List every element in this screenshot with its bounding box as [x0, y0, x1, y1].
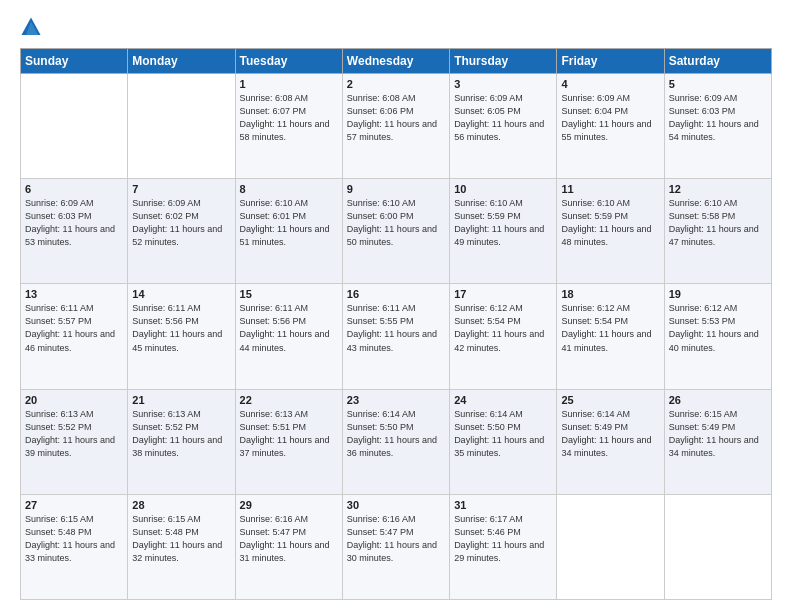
- day-info: Sunrise: 6:09 AMSunset: 6:04 PMDaylight:…: [561, 92, 659, 144]
- day-number: 10: [454, 183, 552, 195]
- day-cell: 18Sunrise: 6:12 AMSunset: 5:54 PMDayligh…: [557, 284, 664, 389]
- day-info: Sunrise: 6:08 AMSunset: 6:06 PMDaylight:…: [347, 92, 445, 144]
- day-info: Sunrise: 6:15 AMSunset: 5:48 PMDaylight:…: [25, 513, 123, 565]
- day-cell: 9Sunrise: 6:10 AMSunset: 6:00 PMDaylight…: [342, 179, 449, 284]
- day-cell: 19Sunrise: 6:12 AMSunset: 5:53 PMDayligh…: [664, 284, 771, 389]
- day-number: 27: [25, 499, 123, 511]
- day-cell: 29Sunrise: 6:16 AMSunset: 5:47 PMDayligh…: [235, 494, 342, 599]
- day-number: 22: [240, 394, 338, 406]
- day-info: Sunrise: 6:11 AMSunset: 5:55 PMDaylight:…: [347, 302, 445, 354]
- day-number: 16: [347, 288, 445, 300]
- day-header-wednesday: Wednesday: [342, 49, 449, 74]
- day-number: 15: [240, 288, 338, 300]
- day-info: Sunrise: 6:17 AMSunset: 5:46 PMDaylight:…: [454, 513, 552, 565]
- day-cell: 2Sunrise: 6:08 AMSunset: 6:06 PMDaylight…: [342, 74, 449, 179]
- logo-icon: [20, 16, 42, 38]
- day-cell: 31Sunrise: 6:17 AMSunset: 5:46 PMDayligh…: [450, 494, 557, 599]
- week-row-5: 27Sunrise: 6:15 AMSunset: 5:48 PMDayligh…: [21, 494, 772, 599]
- day-info: Sunrise: 6:08 AMSunset: 6:07 PMDaylight:…: [240, 92, 338, 144]
- day-info: Sunrise: 6:13 AMSunset: 5:51 PMDaylight:…: [240, 408, 338, 460]
- day-cell: 30Sunrise: 6:16 AMSunset: 5:47 PMDayligh…: [342, 494, 449, 599]
- day-info: Sunrise: 6:10 AMSunset: 6:01 PMDaylight:…: [240, 197, 338, 249]
- day-cell: 22Sunrise: 6:13 AMSunset: 5:51 PMDayligh…: [235, 389, 342, 494]
- day-cell: 14Sunrise: 6:11 AMSunset: 5:56 PMDayligh…: [128, 284, 235, 389]
- day-info: Sunrise: 6:09 AMSunset: 6:05 PMDaylight:…: [454, 92, 552, 144]
- day-header-tuesday: Tuesday: [235, 49, 342, 74]
- day-number: 12: [669, 183, 767, 195]
- day-info: Sunrise: 6:16 AMSunset: 5:47 PMDaylight:…: [240, 513, 338, 565]
- week-row-4: 20Sunrise: 6:13 AMSunset: 5:52 PMDayligh…: [21, 389, 772, 494]
- day-number: 24: [454, 394, 552, 406]
- day-cell: [21, 74, 128, 179]
- day-number: 1: [240, 78, 338, 90]
- day-cell: [557, 494, 664, 599]
- day-number: 8: [240, 183, 338, 195]
- day-info: Sunrise: 6:10 AMSunset: 6:00 PMDaylight:…: [347, 197, 445, 249]
- day-info: Sunrise: 6:12 AMSunset: 5:54 PMDaylight:…: [454, 302, 552, 354]
- logo: [20, 16, 46, 38]
- day-cell: 21Sunrise: 6:13 AMSunset: 5:52 PMDayligh…: [128, 389, 235, 494]
- day-info: Sunrise: 6:09 AMSunset: 6:03 PMDaylight:…: [25, 197, 123, 249]
- header: [20, 16, 772, 38]
- calendar: SundayMondayTuesdayWednesdayThursdayFrid…: [20, 48, 772, 600]
- day-info: Sunrise: 6:14 AMSunset: 5:49 PMDaylight:…: [561, 408, 659, 460]
- day-info: Sunrise: 6:10 AMSunset: 5:59 PMDaylight:…: [454, 197, 552, 249]
- day-cell: 27Sunrise: 6:15 AMSunset: 5:48 PMDayligh…: [21, 494, 128, 599]
- day-number: 29: [240, 499, 338, 511]
- day-info: Sunrise: 6:15 AMSunset: 5:48 PMDaylight:…: [132, 513, 230, 565]
- day-number: 19: [669, 288, 767, 300]
- day-cell: [664, 494, 771, 599]
- day-number: 3: [454, 78, 552, 90]
- day-cell: 3Sunrise: 6:09 AMSunset: 6:05 PMDaylight…: [450, 74, 557, 179]
- day-header-monday: Monday: [128, 49, 235, 74]
- day-cell: 12Sunrise: 6:10 AMSunset: 5:58 PMDayligh…: [664, 179, 771, 284]
- day-cell: 15Sunrise: 6:11 AMSunset: 5:56 PMDayligh…: [235, 284, 342, 389]
- day-cell: 7Sunrise: 6:09 AMSunset: 6:02 PMDaylight…: [128, 179, 235, 284]
- day-cell: 10Sunrise: 6:10 AMSunset: 5:59 PMDayligh…: [450, 179, 557, 284]
- day-number: 13: [25, 288, 123, 300]
- day-header-thursday: Thursday: [450, 49, 557, 74]
- day-number: 18: [561, 288, 659, 300]
- day-info: Sunrise: 6:12 AMSunset: 5:54 PMDaylight:…: [561, 302, 659, 354]
- day-number: 11: [561, 183, 659, 195]
- day-cell: 4Sunrise: 6:09 AMSunset: 6:04 PMDaylight…: [557, 74, 664, 179]
- day-info: Sunrise: 6:10 AMSunset: 5:59 PMDaylight:…: [561, 197, 659, 249]
- day-cell: 25Sunrise: 6:14 AMSunset: 5:49 PMDayligh…: [557, 389, 664, 494]
- day-info: Sunrise: 6:10 AMSunset: 5:58 PMDaylight:…: [669, 197, 767, 249]
- day-number: 2: [347, 78, 445, 90]
- day-info: Sunrise: 6:11 AMSunset: 5:56 PMDaylight:…: [132, 302, 230, 354]
- day-cell: 20Sunrise: 6:13 AMSunset: 5:52 PMDayligh…: [21, 389, 128, 494]
- day-info: Sunrise: 6:13 AMSunset: 5:52 PMDaylight:…: [132, 408, 230, 460]
- calendar-header-row: SundayMondayTuesdayWednesdayThursdayFrid…: [21, 49, 772, 74]
- day-number: 20: [25, 394, 123, 406]
- day-info: Sunrise: 6:14 AMSunset: 5:50 PMDaylight:…: [454, 408, 552, 460]
- day-header-saturday: Saturday: [664, 49, 771, 74]
- day-info: Sunrise: 6:09 AMSunset: 6:03 PMDaylight:…: [669, 92, 767, 144]
- day-number: 5: [669, 78, 767, 90]
- page: SundayMondayTuesdayWednesdayThursdayFrid…: [0, 0, 792, 612]
- day-info: Sunrise: 6:13 AMSunset: 5:52 PMDaylight:…: [25, 408, 123, 460]
- day-cell: 11Sunrise: 6:10 AMSunset: 5:59 PMDayligh…: [557, 179, 664, 284]
- day-number: 7: [132, 183, 230, 195]
- day-cell: 5Sunrise: 6:09 AMSunset: 6:03 PMDaylight…: [664, 74, 771, 179]
- day-number: 23: [347, 394, 445, 406]
- day-cell: 28Sunrise: 6:15 AMSunset: 5:48 PMDayligh…: [128, 494, 235, 599]
- day-number: 14: [132, 288, 230, 300]
- day-info: Sunrise: 6:11 AMSunset: 5:57 PMDaylight:…: [25, 302, 123, 354]
- day-info: Sunrise: 6:09 AMSunset: 6:02 PMDaylight:…: [132, 197, 230, 249]
- week-row-1: 1Sunrise: 6:08 AMSunset: 6:07 PMDaylight…: [21, 74, 772, 179]
- day-info: Sunrise: 6:14 AMSunset: 5:50 PMDaylight:…: [347, 408, 445, 460]
- day-number: 31: [454, 499, 552, 511]
- day-cell: 13Sunrise: 6:11 AMSunset: 5:57 PMDayligh…: [21, 284, 128, 389]
- day-info: Sunrise: 6:11 AMSunset: 5:56 PMDaylight:…: [240, 302, 338, 354]
- week-row-3: 13Sunrise: 6:11 AMSunset: 5:57 PMDayligh…: [21, 284, 772, 389]
- day-number: 25: [561, 394, 659, 406]
- day-cell: 1Sunrise: 6:08 AMSunset: 6:07 PMDaylight…: [235, 74, 342, 179]
- day-info: Sunrise: 6:16 AMSunset: 5:47 PMDaylight:…: [347, 513, 445, 565]
- week-row-2: 6Sunrise: 6:09 AMSunset: 6:03 PMDaylight…: [21, 179, 772, 284]
- day-number: 6: [25, 183, 123, 195]
- day-number: 30: [347, 499, 445, 511]
- day-cell: 8Sunrise: 6:10 AMSunset: 6:01 PMDaylight…: [235, 179, 342, 284]
- day-header-sunday: Sunday: [21, 49, 128, 74]
- day-cell: 16Sunrise: 6:11 AMSunset: 5:55 PMDayligh…: [342, 284, 449, 389]
